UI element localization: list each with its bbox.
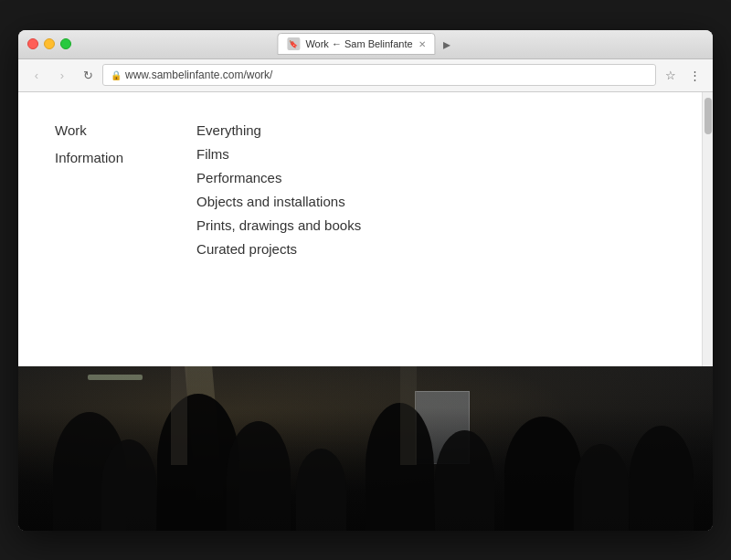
nav-primary: Work Information [55,120,123,260]
new-tab-button[interactable]: ▸ [440,36,454,53]
nav-films-link[interactable]: Films [196,143,361,165]
address-bar[interactable]: 🔒 www.sambelinfante.com/work/ [102,64,656,86]
fullscreen-button[interactable] [60,38,71,49]
lock-icon: 🔒 [111,70,122,80]
page-content: Work Information Everything Films Perfor… [18,92,702,366]
bottom-image [18,366,713,531]
scrollbar[interactable] [702,92,713,366]
traffic-lights [27,38,71,49]
url-text: www.sambelinfante.com/work/ [125,69,272,81]
forward-icon: › [60,69,64,82]
browser-content: Work Information Everything Films Perfor… [18,92,713,531]
nav-work-link[interactable]: Work [55,120,123,142]
back-button[interactable]: ‹ [26,64,48,86]
nav-actions: ☆ ⋮ [660,64,705,86]
nav-curated-link[interactable]: Curated projects [196,238,361,260]
nav-secondary: Everything Films Performances Objects an… [196,120,361,260]
minimize-button[interactable] [44,38,55,49]
nav-objects-link[interactable]: Objects and installations [196,191,361,213]
refresh-icon: ↻ [83,69,93,82]
nav-bar: ‹ › ↻ 🔒 www.sambelinfante.com/work/ ☆ ⋮ [18,59,713,92]
photo-scene [18,366,713,531]
browser-window: 🔖 Work ← Sam Belinfante ✕ ▸ ‹ › ↻ 🔒 www.… [18,30,713,531]
menu-button[interactable]: ⋮ [683,64,705,86]
nav-prints-link[interactable]: Prints, drawings and books [196,215,361,237]
nav-information-link[interactable]: Information [55,147,123,169]
more-icon: ⋮ [689,69,701,82]
bookmark-button[interactable]: ☆ [660,64,682,86]
tab-bar: 🔖 Work ← Sam Belinfante ✕ ▸ [277,33,453,55]
nav-everything-link[interactable]: Everything [196,120,361,142]
tab-favicon: 🔖 [287,37,300,50]
content-area: Work Information Everything Films Perfor… [18,92,713,366]
title-bar: 🔖 Work ← Sam Belinfante ✕ ▸ [18,30,713,59]
nav-performances-link[interactable]: Performances [196,167,361,189]
refresh-button[interactable]: ↻ [77,64,99,86]
active-tab[interactable]: 🔖 Work ← Sam Belinfante ✕ [277,33,435,55]
back-icon: ‹ [35,69,38,82]
bookmark-icon: ☆ [665,69,676,82]
tab-close-icon[interactable]: ✕ [418,39,426,49]
forward-button[interactable]: › [51,64,73,86]
site-nav: Work Information Everything Films Perfor… [55,120,665,260]
tab-title: Work ← Sam Belinfante [305,38,412,49]
close-button[interactable] [27,38,38,49]
scrollbar-thumb[interactable] [705,98,712,134]
